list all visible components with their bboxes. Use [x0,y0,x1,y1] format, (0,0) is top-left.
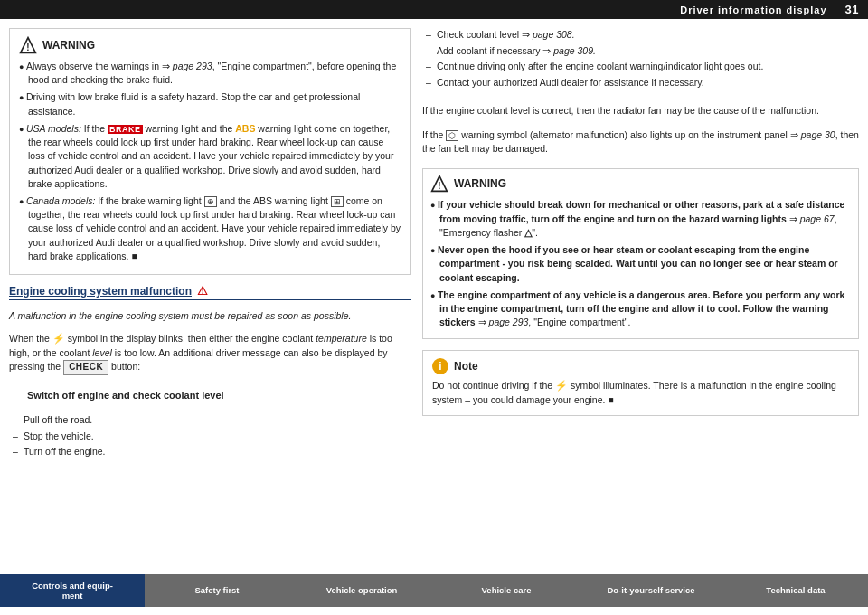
brake-text: BRAKE [108,125,143,134]
tab-controls-equipment[interactable]: Controls and equip-ment [0,574,145,607]
note-text: Do not continue driving if the ⚡ symbol … [432,379,849,407]
warning-triangle-icon: ! [19,36,37,54]
right-para-2: If the ⬡ warning symbol (alternator malf… [422,128,859,156]
dash-item-3: Continue driving only after the engine c… [422,60,859,73]
section-heading-text: Engine cooling system malfunction [9,285,192,298]
note-circle-icon: i [432,358,448,374]
svg-text:!: ! [26,43,29,52]
footer-tabs: Controls and equip-ment Safety first Veh… [0,574,868,607]
warning2-bullet-3: The engine compartment of any vehicle is… [430,289,851,330]
warning-triangle-icon-2: ! [430,175,448,193]
header-page: 31 [845,3,859,16]
page-header: Driver information display 31 [0,0,868,19]
main-content: ! WARNING Always observe the warnings in… [0,19,868,571]
steps-list: Pull off the road. Stop the vehicle. Tur… [9,413,411,461]
body-text-check: When the ⚡ symbol in the display blinks,… [9,332,411,375]
right-dash-list: Check coolant level ⇒ page 308. Add cool… [422,28,859,92]
step-3: Turn off the engine. [9,445,411,459]
section-heading: Engine cooling system malfunction ⚠ [9,284,411,300]
svg-text:!: ! [438,181,440,191]
warning-bullet-1: Always observe the warnings in ⇒ page 29… [19,60,401,87]
warning-label-1: WARNING [42,39,95,52]
step-2: Stop the vehicle. [9,430,411,443]
engine-cooling-icon: ⚠ [197,284,208,298]
tab-vehicle-care[interactable]: Vehicle care [434,574,579,607]
warning2-bullet-2: Never open the hood if you see or hear s… [430,243,851,285]
note-label: Note [454,359,478,374]
dash-item-2: Add coolant if necessary ⇒ page 309. [422,44,859,58]
warning-body-1: Always observe the warnings in ⇒ page 29… [19,60,401,263]
step-1: Pull off the road. [9,413,411,427]
warning-bullet-3: USA models: If the BRAKE warning light a… [19,122,401,191]
header-title: Driver information display [680,5,826,15]
warning-box-2: ! WARNING If your vehicle should break d… [422,168,859,339]
canada-abs-icon: ⊞ [331,196,344,207]
right-column: Check coolant level ⇒ page 308. Add cool… [422,28,859,571]
note-header: i Note [432,358,849,374]
dash-item-1: Check coolant level ⇒ page 308. [422,28,859,42]
bold-instruction: Switch off engine and check coolant leve… [27,390,411,401]
left-column: ! WARNING Always observe the warnings in… [9,28,411,571]
alternator-icon: ⬡ [446,130,458,141]
canada-brake-icon: ⊕ [204,196,217,207]
warning2-bullet-1: If your vehicle should break down for me… [430,198,851,240]
tab-technical-data[interactable]: Technical data [723,574,868,607]
warning-bullet-2: Driving with low brake fluid is a safety… [19,90,401,118]
engine-symbol-inline: ⚡ [52,332,65,346]
warning-label-2: WARNING [454,176,506,192]
tab-diy-service[interactable]: Do-it-yourself service [579,574,723,607]
warning-box-1: ! WARNING Always observe the warnings in… [9,28,411,275]
abs-text: ABS [235,123,255,134]
tab-safety-first[interactable]: Safety first [145,574,289,607]
tab-vehicle-operation[interactable]: Vehicle operation [289,574,434,607]
warning-header-1: ! WARNING [19,36,401,54]
note-engine-icon: ⚡ [555,379,568,393]
warning-bullet-4: Canada models: If the brake warning ligh… [19,194,401,263]
section-italic: A malfunction in the engine cooling syst… [9,309,411,323]
dash-item-4: Contact your authorized Audi dealer for … [422,76,859,90]
note-box: i Note Do not continue driving if the ⚡ … [422,350,859,415]
warning-header-2: ! WARNING [430,175,851,193]
warning-body-2: If your vehicle should break down for me… [430,198,851,329]
right-para-1: If the engine coolant level is correct, … [422,104,859,118]
check-button[interactable]: CHECK [63,360,108,375]
